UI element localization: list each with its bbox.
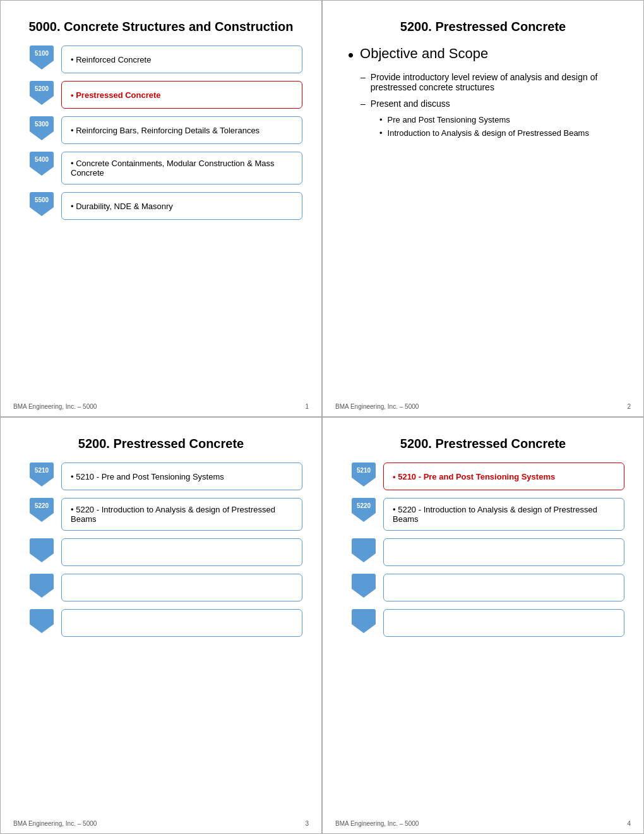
sub-sub-2-dot: • [379, 128, 383, 138]
flow-arrow-s3-empty2 [26, 574, 57, 609]
slide-2-footer-left: BMA Engineering, Inc. – 5000 [335, 403, 419, 410]
sub-sub-2-text: Introduction to Analysis & design of Pre… [388, 128, 589, 138]
slide-1-footer-right: 1 [305, 403, 309, 410]
chevron-5100 [30, 61, 54, 70]
slide-1-flow: 5100 • Reinforced Concrete 5200 • Prestr… [20, 45, 302, 227]
slide-2-big-bullet: • Objective and Scope [348, 45, 624, 63]
badge-s3-5210: 5210 [30, 462, 54, 478]
flow-item-s4-empty3 [348, 609, 624, 644]
slide-3-footer: BMA Engineering, Inc. – 5000 3 [13, 820, 309, 827]
flow-item-s3-empty3 [26, 609, 302, 644]
badge-5300: 5300 [30, 116, 54, 131]
slide-1-footer-left: BMA Engineering, Inc. – 5000 [13, 403, 97, 410]
chevron-s3-5210 [30, 478, 54, 486]
big-bullet-text: Objective and Scope [360, 45, 488, 62]
chevron-s3-empty2 [30, 589, 54, 598]
flow-arrow-5100: 5100 [26, 45, 57, 81]
flow-item-5300: 5300 • Reinforcing Bars, Reinforcing Det… [26, 116, 302, 152]
slide-2-footer: BMA Engineering, Inc. – 5000 2 [335, 403, 631, 410]
sub-dash-1: – Provide introductory level review of a… [361, 72, 624, 92]
slide-3: 5200. Prestressed Concrete 5210 • 5210 -… [0, 417, 322, 834]
slide-4-flow: 5210 • 5210 - Pre and Post Tensioning Sy… [342, 462, 624, 644]
badge-s4-empty3 [352, 609, 376, 624]
chevron-s3-5220 [30, 513, 54, 522]
sub-sub-1: • Pre and Post Tensioning Systems [379, 115, 624, 124]
flow-item-5200: 5200 • Prestressed Concrete [26, 81, 302, 116]
sub-dash-2-text: Present and discuss [371, 99, 450, 109]
flow-arrow-5400: 5400 [26, 152, 57, 192]
chevron-s3-empty1 [30, 553, 54, 562]
slide-2-footer-right: 2 [627, 403, 631, 410]
flow-box-5200: • Prestressed Concrete [61, 81, 302, 109]
flow-box-s4-empty1 [383, 538, 624, 566]
flow-item-s4-5210: 5210 • 5210 - Pre and Post Tensioning Sy… [348, 462, 624, 498]
flow-arrow-s4-empty1 [348, 538, 379, 574]
badge-s4-empty1 [352, 538, 376, 553]
flow-arrow-s4-5220: 5220 [348, 498, 379, 538]
flow-box-s4-empty2 [383, 574, 624, 601]
slide-4-footer: BMA Engineering, Inc. – 5000 4 [335, 820, 631, 827]
slide-3-footer-left: BMA Engineering, Inc. – 5000 [13, 820, 97, 827]
flow-item-5400: 5400 • Concrete Containments, Modular Co… [26, 152, 302, 192]
slide-4-footer-right: 4 [627, 820, 631, 827]
sub-dash-1-text: Provide introductory level review of ana… [371, 72, 624, 92]
slide-1: 5000. Concrete Structures and Constructi… [0, 0, 322, 417]
flow-item-s3-empty1 [26, 538, 302, 574]
chevron-s3-empty3 [30, 624, 54, 633]
flow-item-s3-5220: 5220 • 5220 - Introduction to Analysis &… [26, 498, 302, 538]
flow-text-5200: • Prestressed Concrete [71, 90, 161, 100]
flow-box-5400: • Concrete Containments, Modular Constru… [61, 152, 302, 184]
slide-3-footer-right: 3 [305, 820, 309, 827]
slide-4: 5200. Prestressed Concrete 5210 • 5210 -… [322, 417, 644, 834]
badge-s3-empty1 [30, 538, 54, 553]
flow-arrow-s4-5210: 5210 [348, 462, 379, 498]
slide-4-title: 5200. Prestressed Concrete [342, 437, 624, 451]
slide-3-title: 5200. Prestressed Concrete [20, 437, 302, 451]
flow-box-5500: • Durability, NDE & Masonry [61, 192, 302, 220]
flow-text-s3-5220: • 5220 - Introduction to Analysis & desi… [71, 505, 293, 524]
flow-arrow-s3-5220: 5220 [26, 498, 57, 538]
slide-2-content: • Objective and Scope – Provide introduc… [342, 45, 624, 142]
flow-arrow-s3-empty1 [26, 538, 57, 574]
sub-dash-1-dash: – [361, 72, 366, 92]
flow-box-s3-empty2 [61, 574, 302, 601]
flow-box-s4-empty3 [383, 609, 624, 637]
badge-5200: 5200 [30, 81, 54, 96]
flow-text-s4-5220: • 5220 - Introduction to Analysis & desi… [393, 505, 615, 524]
flow-item-s4-empty2 [348, 574, 624, 609]
flow-text-5400: • Concrete Containments, Modular Constru… [71, 159, 293, 178]
sub-dash-2: – Present and discuss [361, 99, 624, 109]
flow-text-5500: • Durability, NDE & Masonry [71, 202, 173, 211]
flow-text-5100: • Reinforced Concrete [71, 55, 151, 64]
chevron-s4-empty2 [352, 589, 376, 598]
flow-item-s4-empty1 [348, 538, 624, 574]
flow-item-s3-empty2 [26, 574, 302, 609]
flow-arrow-s4-empty2 [348, 574, 379, 609]
sub-sub-2: • Introduction to Analysis & design of P… [379, 128, 624, 138]
badge-s4-5220: 5220 [352, 498, 376, 513]
chevron-5300 [30, 131, 54, 140]
badge-s3-empty3 [30, 609, 54, 624]
flow-box-s4-5220: • 5220 - Introduction to Analysis & desi… [383, 498, 624, 531]
flow-box-s3-empty1 [61, 538, 302, 566]
badge-5100: 5100 [30, 45, 54, 61]
flow-item-s3-5210: 5210 • 5210 - Pre and Post Tensioning Sy… [26, 462, 302, 498]
flow-arrow-s3-empty3 [26, 609, 57, 644]
chevron-5400 [30, 167, 54, 176]
flow-text-5300: • Reinforcing Bars, Reinforcing Details … [71, 126, 259, 135]
sub-dash-2-dash: – [361, 99, 366, 109]
slide-1-title: 5000. Concrete Structures and Constructi… [20, 20, 302, 34]
flow-arrow-s4-empty3 [348, 609, 379, 644]
badge-s3-empty2 [30, 574, 54, 589]
chevron-s4-empty1 [352, 553, 376, 562]
flow-box-s3-5220: • 5220 - Introduction to Analysis & desi… [61, 498, 302, 531]
slide-1-footer: BMA Engineering, Inc. – 5000 1 [13, 403, 309, 410]
flow-text-s4-5210: • 5210 - Pre and Post Tensioning Systems [393, 472, 555, 481]
flow-text-s3-5210: • 5210 - Pre and Post Tensioning Systems [71, 472, 224, 481]
slide-2-title: 5200. Prestressed Concrete [342, 20, 624, 34]
flow-arrow-s3-5210: 5210 [26, 462, 57, 498]
flow-arrow-5300: 5300 [26, 116, 57, 152]
flow-box-5300: • Reinforcing Bars, Reinforcing Details … [61, 116, 302, 144]
sub-sub-1-dot: • [379, 115, 383, 124]
flow-box-5100: • Reinforced Concrete [61, 45, 302, 73]
